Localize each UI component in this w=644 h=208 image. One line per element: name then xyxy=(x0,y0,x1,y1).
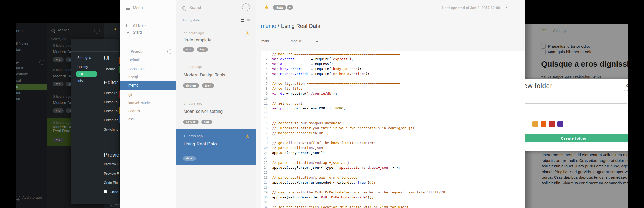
settings-tab-storages[interactable]: Storages xyxy=(77,56,91,60)
note-star-icon[interactable]: ★ xyxy=(245,30,250,36)
line-number: 17 xyxy=(261,131,270,135)
breadcrumb-folder[interactable]: memo xyxy=(261,23,276,29)
code-text: // parse application/json xyxy=(270,145,323,150)
note-list-item[interactable]: an hours ago★Jade templatewiptag xyxy=(176,26,256,59)
dark-search-input[interactable]: Search xyxy=(57,28,70,32)
add-folder-icon[interactable]: + xyxy=(167,49,172,54)
color-swatch[interactable] xyxy=(541,121,546,127)
dark-sidebar-item-starred[interactable]: tard xyxy=(16,48,22,52)
line-number: 29 xyxy=(261,190,270,195)
dark-new-note-button[interactable]: + xyxy=(94,28,100,34)
settings-preview-heading: Previe xyxy=(104,152,119,158)
code-line: 6 xyxy=(261,76,525,81)
code-text: // get all data/stuff of the body (POST)… xyxy=(270,140,376,145)
last-updated-label: Last updated at Jan.9, 2017 12:00 xyxy=(442,6,500,10)
sidebar-folder-laravel_study[interactable]: laravel_study xyxy=(120,99,176,107)
code-line: 1// modules ============================… xyxy=(261,51,525,56)
sidebar-folder-mysql[interactable]: mysql xyxy=(120,73,176,81)
sidebar-folder-nodeJs[interactable]: nodeJs xyxy=(120,107,176,115)
settings-row[interactable]: Switching xyxy=(104,127,118,131)
all-notes-icon xyxy=(126,24,130,27)
settings-checkbox[interactable] xyxy=(104,190,107,193)
dark-folder-item[interactable]: mo xyxy=(16,90,21,95)
note-star-icon[interactable]: ★ xyxy=(264,4,269,11)
folder-name-input[interactable] xyxy=(525,103,628,111)
note-tag-pill[interactable]: data xyxy=(273,5,286,10)
color-swatch[interactable] xyxy=(549,121,555,127)
color-swatch[interactable] xyxy=(532,121,538,127)
dark-menu-button[interactable]: enu xyxy=(16,29,23,33)
dark-folder-item[interactable]: fault xyxy=(16,66,23,70)
dark-folder-item[interactable]: e xyxy=(16,84,18,89)
dark-folder-item[interactable]: sql xyxy=(16,78,21,82)
dark-add-folder-icon[interactable]: + xyxy=(39,60,44,65)
tag-pill: data xyxy=(183,156,196,161)
sidebar-folder-css[interactable]: css xyxy=(120,115,176,123)
code-line: 23// parse application/vnd.api+json as j… xyxy=(261,160,525,165)
project-header[interactable]: Project xyxy=(131,49,141,53)
line-number: 1 xyxy=(261,51,270,56)
tag-pill: tag xyxy=(201,120,212,124)
sidebar-folder-memo[interactable]: memo xyxy=(120,81,176,90)
settings-row[interactable]: Editor Fo xyxy=(104,100,118,104)
sort-selector[interactable]: Sort by date xyxy=(182,18,200,22)
settings-row[interactable]: Editor Inc xyxy=(104,118,118,122)
settings-row[interactable]: Preview F xyxy=(104,162,119,166)
search-input[interactable]: Search xyxy=(189,5,203,10)
dark-folder-item[interactable]: ostnote xyxy=(16,72,28,76)
settings-row[interactable]: Editor Th xyxy=(104,91,118,95)
dark-sidebar-item-all-notes[interactable]: ll Notes xyxy=(16,41,28,46)
note-list-item[interactable]: 12 days ago★Using Real Datadata xyxy=(176,129,256,165)
settings-tab-info[interactable]: Info xyxy=(77,79,83,82)
code-line: 7// configuration ======================… xyxy=(261,81,525,86)
code-editor[interactable]: 1// modules ============================… xyxy=(261,51,525,208)
grid-view-icon[interactable] xyxy=(241,19,245,22)
dark-star-icon[interactable]: ★ xyxy=(113,27,117,31)
code-line: 9var db = require('./config/db'); xyxy=(261,91,525,96)
sidebar-folder-Default[interactable]: Default xyxy=(120,56,176,64)
sidebar-item-all-notes[interactable]: All Notes xyxy=(133,24,147,28)
code-text: app.use(methodOverride('X-HTTP-Method-Ov… xyxy=(270,195,374,200)
create-folder-button[interactable]: Create folder xyxy=(525,134,628,142)
new-tab-button[interactable]: + xyxy=(316,39,318,43)
color-swatch[interactable] xyxy=(557,121,563,127)
code-line: 8// config files xyxy=(261,86,525,91)
note-star-icon[interactable]: ★ xyxy=(245,133,250,139)
app-sidebar: Menu All Notes ★ Stard ▼ Project + Defau… xyxy=(120,0,176,208)
boostnote-main-window: Menu All Notes ★ Stard ▼ Project + Defau… xyxy=(120,0,525,208)
tag-pill: wip xyxy=(53,57,64,62)
line-number: 11 xyxy=(261,101,270,106)
note-list-item[interactable]: 3 hours agoMean server settingservertag xyxy=(176,94,256,129)
settings-tab-hotkey[interactable]: Hotkey xyxy=(77,65,88,69)
line-number: 26 xyxy=(261,175,270,180)
close-icon[interactable]: ✕ xyxy=(625,83,628,89)
chevron-down-icon[interactable]: ▼ xyxy=(127,50,129,53)
list-view-icon[interactable] xyxy=(247,19,250,22)
menu-button[interactable]: Menu xyxy=(133,5,143,10)
hamburger-icon[interactable] xyxy=(126,6,130,11)
sidebar-folder-Boostnote[interactable]: Boostnote xyxy=(120,65,176,73)
settings-tab-ui[interactable]: UI xyxy=(76,71,97,77)
dark-selected-folder-row[interactable] xyxy=(16,84,47,90)
settings-row[interactable]: Preview F xyxy=(104,172,119,176)
right-boostnote-window: ☆ Add tag... Phasellus id tortor odio. N… xyxy=(525,24,628,208)
tab-main[interactable]: main xyxy=(261,39,269,43)
dark-search-icon xyxy=(51,29,55,32)
code-line: 32// set the static files location /publ… xyxy=(261,205,525,208)
settings-row[interactable]: Editor Fo xyxy=(104,109,118,113)
note-list-item[interactable]: 2 hours agoModern Design Toolsdesigntool xyxy=(176,59,256,94)
dark-note-time: 8 hours ago xyxy=(53,44,71,47)
sidebar-folder-git[interactable]: git xyxy=(120,91,176,99)
dark-folder-item[interactable]: ers xyxy=(16,96,21,101)
sidebar-item-starred[interactable]: Stard xyxy=(133,30,142,34)
search-icon xyxy=(182,6,185,10)
line-number: 13 xyxy=(261,111,270,116)
tab-module[interactable]: module xyxy=(291,39,302,43)
plus-icon xyxy=(18,198,21,201)
new-note-button[interactable]: + xyxy=(242,3,250,11)
kebab-menu-icon[interactable]: ⋮ xyxy=(504,5,509,10)
settings-row[interactable]: Code Blo xyxy=(104,181,118,185)
code-line: 17// mongoose.connect(db.url); xyxy=(261,131,525,135)
add-tag-button[interactable]: + xyxy=(287,5,293,10)
dark-sort-label[interactable]: Sort by xxx xyxy=(51,37,66,41)
